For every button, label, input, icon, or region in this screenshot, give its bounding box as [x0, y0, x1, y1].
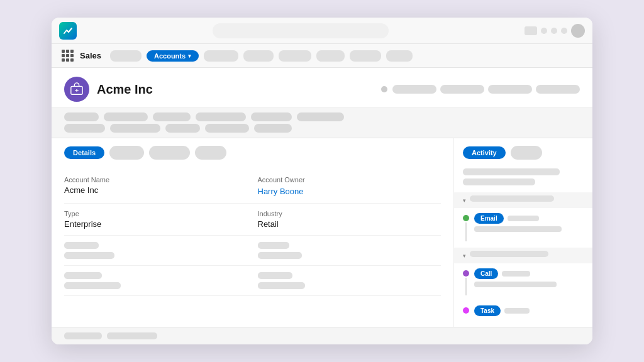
titlebar-circle-2	[551, 28, 557, 34]
field-ph-right-2	[258, 272, 441, 289]
chevron-down-icon: ▾	[188, 53, 191, 59]
sub-pill-11[interactable]	[254, 124, 292, 133]
nav-item-1[interactable]	[110, 50, 142, 62]
right-panel-tabs: Activity	[454, 138, 592, 165]
nav-item-6[interactable]	[316, 50, 345, 62]
field-label-type: Type	[64, 210, 248, 217]
timeline-ph-1	[508, 216, 539, 221]
status-ph-2	[107, 332, 157, 339]
timeline-group-2: Call Task	[454, 263, 592, 321]
field-row-placeholder-2	[64, 266, 441, 296]
right-panel: Activity ▾	[454, 138, 592, 327]
app-icon	[59, 22, 77, 40]
sub-pill-10[interactable]	[205, 124, 249, 133]
page-header-right	[381, 85, 580, 94]
field-value-account-owner[interactable]: Harry Boone	[258, 187, 304, 196]
timeline-content-1: Email	[474, 213, 584, 232]
timeline-item-3: Task	[454, 300, 592, 321]
timeline-collapse-1[interactable]: ▾	[454, 192, 592, 208]
right-section-top	[454, 165, 592, 192]
field-industry: Industry Retail	[258, 210, 441, 229]
field-account-name: Account Name Acme Inc	[64, 176, 248, 197]
chevron-down-icon-1: ▾	[463, 197, 466, 204]
collapse-label-2	[470, 251, 548, 257]
status-dot	[381, 86, 387, 92]
sub-pill-2[interactable]	[104, 112, 148, 121]
sub-pill-9[interactable]	[165, 124, 200, 133]
ph-value-1	[64, 252, 114, 259]
right-tab-placeholder[interactable]	[511, 146, 542, 160]
field-row-placeholder-1	[64, 236, 441, 266]
nav-item-8[interactable]	[386, 50, 413, 62]
nav-item-3[interactable]	[204, 50, 238, 62]
header-action-1[interactable]	[392, 85, 436, 94]
ph-value-2	[258, 252, 302, 259]
titlebar	[52, 18, 592, 44]
timeline-dot-green	[463, 215, 469, 221]
ph-label-4	[258, 272, 292, 279]
titlebar-circle-1	[541, 28, 547, 34]
field-label-industry: Industry	[258, 210, 441, 217]
header-action-2[interactable]	[440, 85, 484, 94]
sub-pill-8[interactable]	[110, 124, 160, 133]
page-title: Acme Inc	[97, 82, 153, 97]
user-avatar[interactable]	[571, 24, 585, 38]
timeline-btn-call[interactable]: Call	[474, 268, 498, 279]
nav-item-7[interactable]	[350, 50, 381, 62]
sub-pill-5[interactable]	[251, 112, 292, 121]
main-content: Details Account Name Acme Inc Account Ow…	[52, 138, 592, 327]
subheader-row-1	[64, 112, 580, 121]
timeline-btn-email[interactable]: Email	[474, 213, 504, 224]
nav-item-4[interactable]	[243, 50, 274, 62]
nav-title: Sales	[80, 51, 101, 60]
left-panel: Details Account Name Acme Inc Account Ow…	[52, 138, 454, 327]
timeline-content-2: Call	[474, 268, 584, 287]
timeline-dot-purple	[463, 270, 469, 277]
field-value-account-name: Acme Inc	[64, 185, 248, 195]
ph-label-2	[258, 242, 289, 249]
right-ph-1	[463, 168, 560, 175]
sub-pill-7[interactable]	[64, 124, 105, 133]
tab-activity[interactable]: Activity	[463, 146, 506, 159]
right-ph-2	[463, 178, 535, 185]
left-panel-tabs: Details	[64, 138, 441, 165]
tab-placeholder-1[interactable]	[109, 146, 144, 160]
timeline-ph-2	[474, 226, 562, 232]
ph-value-4	[258, 282, 305, 289]
timeline-ph-4	[474, 282, 557, 287]
sub-pill-1[interactable]	[64, 112, 99, 121]
timeline-group-1: Email	[454, 208, 592, 246]
tab-placeholder-3[interactable]	[195, 146, 226, 160]
field-label-account-owner: Account Owner	[258, 176, 441, 184]
nav-items: Accounts ▾	[110, 50, 582, 62]
timeline-ph-5	[504, 308, 530, 314]
tab-placeholder-2[interactable]	[149, 146, 190, 160]
field-ph-left-2	[64, 272, 248, 289]
header-action-4[interactable]	[536, 85, 580, 94]
nav-item-active[interactable]: Accounts ▾	[147, 50, 199, 62]
field-row-type: Type Enterprise Industry Retail	[64, 204, 441, 236]
titlebar-controls	[525, 24, 585, 38]
ph-label-3	[64, 272, 102, 279]
sub-pill-3[interactable]	[153, 112, 191, 121]
status-ph-1	[64, 332, 102, 339]
page-header: Acme Inc	[52, 68, 592, 107]
ph-value-3	[64, 282, 121, 289]
titlebar-btn-1[interactable]	[525, 26, 537, 35]
account-icon	[64, 77, 89, 102]
app-window: Sales Accounts ▾ Acme Inc	[52, 18, 592, 344]
ph-label-1	[64, 242, 99, 249]
timeline-content-3: Task	[474, 305, 584, 316]
sub-pill-4[interactable]	[196, 112, 246, 121]
header-action-3[interactable]	[488, 85, 532, 94]
titlebar-search[interactable]	[213, 23, 389, 38]
field-value-industry: Retail	[258, 219, 441, 229]
timeline-collapse-2[interactable]: ▾	[454, 248, 592, 263]
timeline-btn-task[interactable]: Task	[474, 305, 501, 316]
timeline-item-2: Call	[454, 263, 592, 300]
field-account-owner: Account Owner Harry Boone	[258, 176, 441, 197]
nav-item-5[interactable]	[279, 50, 311, 62]
sub-pill-6[interactable]	[297, 112, 344, 121]
tab-details[interactable]: Details	[64, 146, 104, 159]
grid-icon[interactable]	[62, 50, 74, 62]
